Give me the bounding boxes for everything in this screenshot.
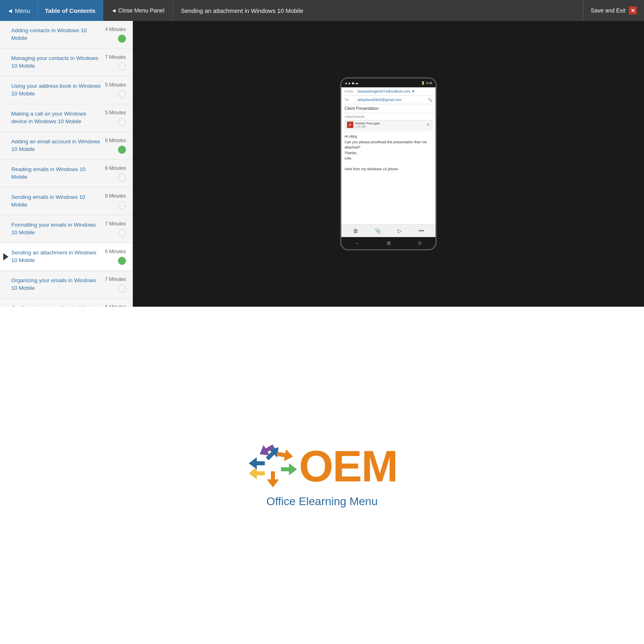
sidebar-item-managing-contacts[interactable]: Managing your contacts in Windows 10 Mob…	[0, 49, 132, 76]
home-icon[interactable]: ⊞	[387, 240, 391, 246]
content-area: ▲▲ ◆ ☁ 🔋 9:46 From: lisawashington974@ou…	[133, 21, 644, 307]
sidebar-item-label: Organizing your emails in Windows 10 Mob…	[11, 277, 101, 292]
sidebar-item-label: Sending an attachment in Windows 10 Mobi…	[11, 249, 101, 264]
search-nav-icon[interactable]: ⊙	[418, 240, 422, 246]
sidebar-item-making-call[interactable]: Making a call on your Windows device in …	[0, 104, 132, 132]
sidebar-item-minutes: 5 Minutes	[105, 110, 126, 116]
sidebar-item-label: Formatting your emails in Windows 10 Mob…	[11, 221, 101, 237]
email-body-line: Can you please proofread the presentatio…	[345, 140, 432, 151]
to-value: abbyleard0909@gmail.com	[357, 98, 426, 102]
menu-label: ◄ Menu	[7, 7, 30, 14]
sidebar-item-minutes: 8 Minutes	[105, 193, 126, 199]
header-bar: ◄ Menu Table of Contents ◄ Close Menu Pa…	[0, 0, 644, 21]
sidebar-item-right: 6 Minutes	[105, 304, 126, 307]
sidebar-item-right: 6 Minutes	[105, 249, 126, 265]
search-icon: 🔍	[428, 98, 432, 102]
oem-text-group: OEM	[299, 444, 398, 488]
status-circle	[118, 62, 126, 70]
menu-button[interactable]: ◄ Menu	[0, 0, 38, 21]
sidebar-item-right: 5 Minutes	[105, 110, 126, 126]
oem-sub-text: Office Elearning Menu	[266, 495, 378, 508]
send-icon[interactable]: ▷	[398, 228, 402, 234]
sidebar-item-right: 8 Minutes	[105, 193, 126, 209]
phone-toolbar: 🗑 📎 ▷ •••	[341, 224, 436, 237]
lesson-title: Sending an attachment in Windows 10 Mobi…	[173, 0, 583, 21]
sidebar-item-address-book[interactable]: Using your address book in Windows 10 Mo…	[0, 76, 132, 104]
more-icon[interactable]: •••	[419, 228, 424, 234]
oem-logo-row: OEM	[247, 443, 398, 489]
email-body-line: Sent from my Windows 10 phone	[345, 167, 432, 172]
sidebar-item-right: 7 Minutes	[105, 221, 126, 237]
powerpoint-icon: P	[347, 122, 353, 128]
sidebar-item-minutes: 6 Minutes	[105, 138, 126, 143]
oem-logo: OEM Office Elearning Menu	[247, 443, 398, 508]
svg-marker-5	[249, 457, 265, 469]
main-layout: Adding contacts in Windows 10 Mobile4 Mi…	[0, 21, 644, 307]
save-exit-button[interactable]: Save and Exit ✕	[583, 0, 644, 21]
sidebar-item-right: 4 Minutes	[105, 27, 126, 43]
status-circle	[118, 229, 126, 237]
attachments-section: Attachments P Holistic Pres.pptx 1.35 MB…	[341, 113, 436, 132]
sidebar-item-right: 6 Minutes	[105, 138, 126, 154]
sidebar-item-adding-contacts[interactable]: Adding contacts in Windows 10 Mobile4 Mi…	[0, 21, 132, 49]
sidebar-item-organizing-emails[interactable]: Organizing your emails in Windows 10 Mob…	[0, 271, 132, 299]
bottom-section: OEM Office Elearning Menu	[0, 307, 644, 644]
sidebar-item-configuring-mailbox[interactable]: Configuring your mailbox in Windows 10 M…	[0, 299, 132, 307]
from-label: From:	[345, 89, 356, 93]
attachment-chip: P Holistic Pres.pptx 1.35 MB ✕	[345, 120, 432, 130]
status-circle	[118, 35, 126, 43]
sidebar-item-label: Configuring your mailbox in Windows 10 M…	[11, 305, 101, 307]
phone-mockup: ▲▲ ◆ ☁ 🔋 9:46 From: lisawashington974@ou…	[340, 77, 437, 250]
to-field: To: abbyleard0909@gmail.com 🔍	[341, 96, 436, 104]
attachment-name: Holistic Pres.pptx	[355, 122, 425, 125]
oem-main-text: OEM	[299, 444, 398, 488]
sidebar-item-minutes: 4 Minutes	[105, 27, 126, 32]
status-circle	[118, 146, 126, 154]
sidebar-item-adding-email[interactable]: Adding an email account in Windows 10 Mo…	[0, 132, 132, 160]
sidebar-item-sending-emails[interactable]: Sending emails in Windows 10 Mobile8 Min…	[0, 188, 132, 215]
sidebar-item-right: 7 Minutes	[105, 277, 126, 293]
sidebar-item-minutes: 7 Minutes	[105, 277, 126, 282]
sidebar-item-right: 7 Minutes	[105, 54, 126, 70]
toc-label[interactable]: Table of Contents	[38, 0, 103, 21]
phone-status-bar: ▲▲ ◆ ☁ 🔋 9:46	[341, 78, 436, 87]
attachment-remove-button[interactable]: ✕	[427, 123, 430, 127]
from-field: From: lisawashington974@outlook.com ▼	[341, 87, 436, 96]
sidebar-item-minutes: 6 Minutes	[105, 249, 126, 254]
phone-status-right: 🔋 9:46	[421, 81, 432, 85]
sidebar-item-label: Adding contacts in Windows 10 Mobile	[11, 27, 101, 42]
email-body: Hi Abby,Can you please proofread the pre…	[341, 132, 436, 224]
attachment-size: 1.35 MB	[355, 125, 425, 128]
active-arrow-icon	[3, 253, 8, 260]
email-body-line: Thanks,	[345, 151, 432, 156]
sidebar-item-label: Making a call on your Windows device in …	[11, 110, 101, 126]
sidebar-item-label: Reading emails in Windows 10 Mobile	[11, 166, 101, 181]
sidebar-item-minutes: 6 Minutes	[105, 165, 126, 171]
status-circle	[118, 118, 126, 126]
from-value: lisawashington974@outlook.com ▼	[357, 89, 432, 93]
subject-field: Client Presentation	[341, 104, 436, 113]
svg-marker-1	[276, 448, 294, 462]
oem-arrows-icon	[247, 443, 299, 489]
close-panel-button[interactable]: ◄ Close Menu Panel	[103, 0, 173, 21]
sidebar-item-label: Managing your contacts in Windows 10 Mob…	[11, 55, 101, 70]
sidebar-item-label: Sending emails in Windows 10 Mobile	[11, 194, 101, 209]
sidebar-item-label: Using your address book in Windows 10 Mo…	[11, 83, 101, 98]
sidebar-item-right: 6 Minutes	[105, 165, 126, 182]
sidebar-item-sending-attachment[interactable]: Sending an attachment in Windows 10 Mobi…	[0, 243, 132, 271]
sidebar-item-label: Adding an email account in Windows 10 Mo…	[11, 138, 101, 153]
sidebar-item-minutes: 5 Minutes	[105, 82, 126, 88]
sidebar-item-formatting-emails[interactable]: Formatting your emails in Windows 10 Mob…	[0, 215, 132, 243]
sidebar-item-minutes: 7 Minutes	[105, 221, 126, 227]
delete-icon[interactable]: 🗑	[353, 228, 358, 234]
sidebar-item-minutes: 6 Minutes	[105, 304, 126, 307]
email-body-line: Hi Abby,	[345, 134, 432, 140]
back-icon[interactable]: ←	[355, 240, 360, 246]
close-icon[interactable]: ✕	[629, 6, 637, 14]
phone-screen: From: lisawashington974@outlook.com ▼ To…	[341, 87, 436, 224]
phone-status-left: ▲▲ ◆ ☁	[345, 81, 358, 85]
status-circle	[118, 257, 126, 265]
attachment-icon[interactable]: 📎	[375, 228, 381, 234]
email-compose: From: lisawashington974@outlook.com ▼ To…	[341, 87, 436, 224]
sidebar-item-reading-emails[interactable]: Reading emails in Windows 10 Mobile6 Min…	[0, 160, 132, 188]
